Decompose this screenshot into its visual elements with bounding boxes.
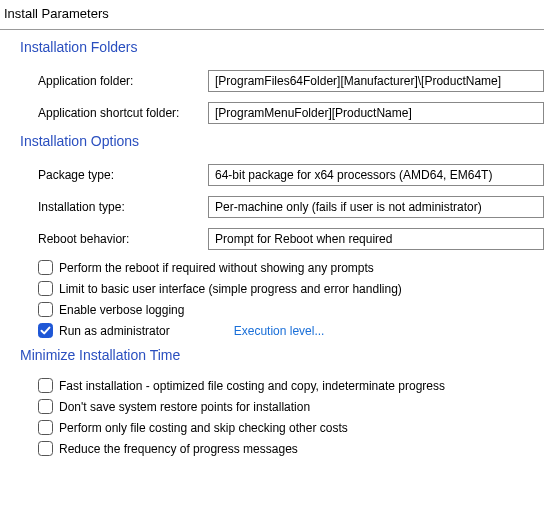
- fast-install-checkbox[interactable]: [38, 378, 53, 393]
- application-folder-label: Application folder:: [38, 74, 208, 88]
- package-type-input[interactable]: [208, 164, 544, 186]
- run-as-admin-checkbox[interactable]: [38, 323, 53, 338]
- reduce-progress-checkbox[interactable]: [38, 441, 53, 456]
- application-folder-input[interactable]: [208, 70, 544, 92]
- silent-reboot-label: Perform the reboot if required without s…: [59, 261, 374, 275]
- fast-install-label: Fast installation - optimized file costi…: [59, 379, 445, 393]
- run-as-admin-label: Run as administrator: [59, 324, 170, 338]
- shortcut-folder-label: Application shortcut folder:: [38, 106, 208, 120]
- basic-ui-label: Limit to basic user interface (simple pr…: [59, 282, 402, 296]
- installation-type-input[interactable]: [208, 196, 544, 218]
- no-restore-checkbox[interactable]: [38, 399, 53, 414]
- installation-type-label: Installation type:: [38, 200, 208, 214]
- package-type-label: Package type:: [38, 168, 208, 182]
- file-costing-label: Perform only file costing and skip check…: [59, 421, 348, 435]
- file-costing-checkbox[interactable]: [38, 420, 53, 435]
- shortcut-folder-input[interactable]: [208, 102, 544, 124]
- installation-options-group: Installation Options Package type: Insta…: [20, 142, 544, 338]
- basic-ui-checkbox[interactable]: [38, 281, 53, 296]
- reduce-progress-label: Reduce the frequency of progress message…: [59, 442, 298, 456]
- installation-folders-group: Installation Folders Application folder:…: [20, 48, 544, 124]
- minimize-time-group: Minimize Installation Time Fast installa…: [20, 356, 544, 456]
- installation-folders-legend: Installation Folders: [20, 39, 146, 55]
- verbose-logging-checkbox[interactable]: [38, 302, 53, 317]
- installation-options-legend: Installation Options: [20, 133, 147, 149]
- page-title: Install Parameters: [0, 0, 544, 29]
- silent-reboot-checkbox[interactable]: [38, 260, 53, 275]
- no-restore-label: Don't save system restore points for ins…: [59, 400, 310, 414]
- verbose-logging-label: Enable verbose logging: [59, 303, 184, 317]
- reboot-behavior-label: Reboot behavior:: [38, 232, 208, 246]
- reboot-behavior-input[interactable]: [208, 228, 544, 250]
- minimize-time-legend: Minimize Installation Time: [20, 347, 188, 363]
- execution-level-link[interactable]: Execution level...: [234, 324, 325, 338]
- title-divider: [0, 29, 544, 30]
